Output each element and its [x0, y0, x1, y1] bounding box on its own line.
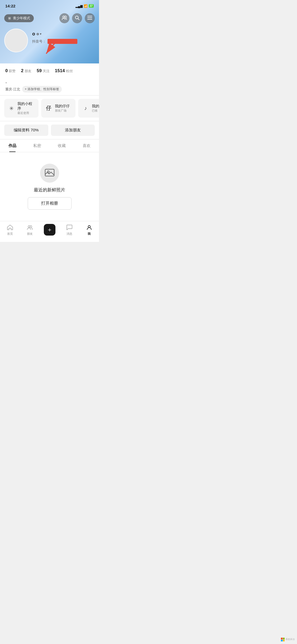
bottom-nav: 首页 朋友 ＋ 消息 我 — [0, 221, 99, 242]
tab-works[interactable]: 作品 — [0, 140, 25, 152]
mini-apps-section: ✳ 我的小程序 最近使用 仔 我的仔仔 朋友广场 ♪ 我的 已收 — [0, 96, 99, 121]
open-album-button[interactable]: 打开相册 — [28, 197, 72, 210]
tab-private-label: 私密 — [33, 143, 41, 148]
username-row: o ▼ — [32, 31, 95, 37]
nav-friends-label: 朋友 — [27, 232, 33, 236]
signal-icon: ▂▄▆ — [76, 4, 83, 8]
svg-point-12 — [88, 226, 90, 228]
content-area: 最近的新鲜照片 打开相册 — [0, 152, 99, 221]
location-text: 重庆·江北 — [5, 87, 20, 92]
following-count: 59 — [37, 68, 42, 73]
stat-likes[interactable]: 0 获赞 — [5, 68, 16, 73]
nav-home-label: 首页 — [7, 232, 13, 236]
friends-icon — [62, 15, 67, 21]
svg-point-11 — [30, 226, 32, 228]
friends-count: 2 — [21, 68, 23, 73]
empty-content-title: 最近的新鲜照片 — [34, 187, 65, 193]
add-friend-button[interactable]: 添加朋友 — [51, 125, 95, 136]
tabs-section: 作品 私密 收藏 喜欢 — [0, 140, 99, 152]
mini-zizi-name: 我的仔仔 — [55, 104, 70, 109]
profile-text: o ▼ 抖音号： — [32, 29, 95, 44]
stat-following[interactable]: 59 关注 — [37, 68, 50, 73]
followers-count: 1514 — [55, 68, 65, 73]
nav-messages-icon — [67, 225, 72, 231]
mini-programs-icon: ✳ — [8, 105, 15, 112]
nav-friends-icon — [27, 225, 33, 231]
tab-likes-label: 喜欢 — [83, 143, 91, 148]
bio-text: 。 — [5, 79, 94, 84]
profile-info-area: o ▼ 抖音号： — [0, 29, 99, 52]
nav-create[interactable]: ＋ — [40, 224, 59, 237]
status-time: 14:22 — [5, 4, 15, 8]
search-icon — [75, 15, 79, 21]
nav-home[interactable]: 首页 — [0, 225, 20, 236]
mini-programs-desc: 最近使用 — [17, 111, 35, 115]
stats-section: 0 获赞 2 朋友 59 关注 1514 粉丝 — [0, 63, 99, 77]
bio-section: 。 重庆·江北 + 添加学校、性别等标签 — [0, 77, 99, 95]
friends-button[interactable] — [59, 13, 69, 23]
dropdown-indicator[interactable]: ▼ — [37, 33, 42, 35]
mini-music-desc: 已收 — [92, 109, 99, 113]
status-bar: 14:22 ▂▄▆ 📶 37 — [0, 0, 99, 10]
avatar[interactable] — [4, 29, 28, 52]
mini-zizi-icon: 仔 — [45, 105, 52, 112]
svg-line-3 — [78, 19, 79, 20]
username: o — [32, 31, 35, 37]
menu-icon — [87, 16, 92, 21]
stat-friends[interactable]: 2 朋友 — [21, 68, 31, 73]
douyin-id-label: 抖音号： — [32, 39, 46, 44]
svg-point-10 — [28, 226, 30, 228]
nav-right-buttons — [59, 13, 95, 23]
search-button[interactable] — [72, 13, 82, 23]
svg-point-1 — [65, 16, 67, 18]
tab-likes[interactable]: 喜欢 — [74, 140, 99, 152]
photo-placeholder-icon — [45, 168, 54, 178]
battery-badge: 37 — [89, 4, 94, 8]
mini-music-name: 我的 — [92, 104, 99, 109]
plus-icon: ＋ — [47, 226, 53, 234]
nav-me[interactable]: 我 — [79, 225, 99, 236]
tab-collections-label: 收藏 — [58, 143, 66, 148]
mini-zizi-desc: 朋友广场 — [55, 109, 70, 113]
create-button[interactable]: ＋ — [44, 224, 55, 236]
followers-label: 粉丝 — [66, 69, 73, 73]
mini-app-programs[interactable]: ✳ 我的小程序 最近使用 — [4, 99, 39, 118]
svg-rect-8 — [45, 169, 54, 176]
menu-button[interactable] — [85, 13, 95, 23]
douyin-id-row: 抖音号： — [32, 39, 95, 44]
friends-label: 朋友 — [25, 69, 31, 73]
location-tags: 重庆·江北 + 添加学校、性别等标签 — [5, 86, 94, 93]
youth-mode-icon: ⛨ — [8, 16, 11, 20]
nav-friends[interactable]: 朋友 — [20, 225, 40, 236]
douyin-id-value — [48, 39, 77, 44]
following-label: 关注 — [43, 69, 50, 73]
dropdown-arrow-icon: ▼ — [39, 33, 42, 35]
nav-messages[interactable]: 消息 — [59, 225, 79, 236]
action-buttons: 编辑资料 70% 添加朋友 — [0, 121, 99, 139]
top-nav: ⛨ 青少年模式 — [0, 13, 99, 23]
youth-mode-label: 青少年模式 — [13, 16, 30, 21]
mini-programs-name: 我的小程序 — [17, 102, 35, 111]
stat-followers[interactable]: 1514 粉丝 — [55, 68, 73, 73]
nav-messages-label: 消息 — [67, 232, 72, 236]
mini-music-icon: ♪ — [82, 105, 89, 111]
home-icon — [7, 225, 13, 231]
photo-icon-circle — [40, 164, 59, 183]
likes-label: 获赞 — [9, 69, 16, 73]
nav-me-icon — [87, 225, 92, 231]
likes-count: 0 — [5, 68, 8, 73]
tab-collections[interactable]: 收藏 — [50, 140, 74, 152]
youth-mode-button[interactable]: ⛨ 青少年模式 — [4, 14, 34, 22]
mini-app-music[interactable]: ♪ 我的 已收 — [78, 99, 99, 118]
add-tag-button[interactable]: + 添加学校、性别等标签 — [22, 86, 62, 93]
tab-private[interactable]: 私密 — [25, 140, 50, 152]
mini-app-zizi[interactable]: 仔 我的仔仔 朋友广场 — [41, 99, 76, 118]
nav-me-label: 我 — [88, 232, 91, 236]
svg-point-0 — [63, 16, 65, 18]
edit-profile-button[interactable]: 编辑资料 70% — [4, 125, 48, 136]
status-icons: ▂▄▆ 📶 37 — [76, 4, 94, 8]
tab-works-label: 作品 — [8, 143, 16, 148]
wifi-icon: 📶 — [84, 4, 88, 8]
circle-dot-icon — [37, 33, 39, 35]
